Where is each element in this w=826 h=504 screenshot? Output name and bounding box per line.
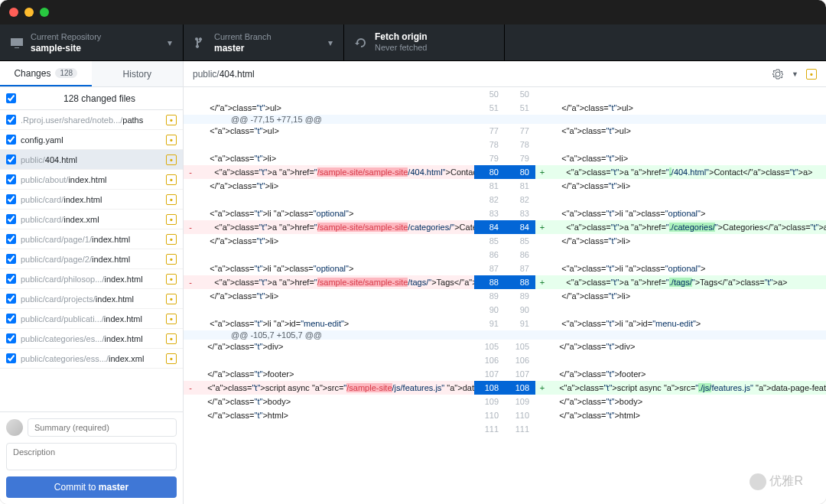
diff-line[interactable]: - <"a">class="t">a "a">href="/sample-sit… — [184, 220, 826, 234]
file-checkbox[interactable] — [6, 194, 16, 204]
repo-value: sample-site — [31, 43, 101, 54]
file-path: public/card/projects/index.html — [21, 294, 161, 304]
window-titlebar — [0, 0, 826, 24]
commit-summary-input[interactable] — [28, 418, 177, 437]
file-checkbox[interactable] — [6, 333, 16, 343]
chevron-down-icon: ▾ — [328, 37, 333, 48]
file-checkbox[interactable] — [6, 274, 16, 284]
diff-content[interactable]: 5050 </"a">class="t">ul>5151 </"a">class… — [184, 87, 826, 504]
file-row[interactable]: public/card/index.html • — [0, 190, 183, 210]
sidebar: Changes 128 History 128 changed files .R… — [0, 61, 184, 504]
file-checkbox[interactable] — [6, 174, 16, 184]
file-status-modified-icon: • — [166, 135, 177, 145]
file-status-modified-icon: • — [166, 274, 177, 285]
diff-line[interactable]: <"a">class="t">ul>7777 <"a">class="t">ul… — [184, 124, 826, 138]
app-toolbar: Current Repository sample-site ▾ Current… — [0, 24, 826, 61]
tab-changes-label: Changes — [14, 68, 50, 79]
file-checkbox[interactable] — [6, 353, 16, 363]
diff-line[interactable]: 111111 — [184, 422, 826, 436]
fetch-button[interactable]: Fetch origin Never fetched — [344, 24, 505, 60]
file-path: config.yaml — [21, 135, 161, 145]
diff-hunk-header: @@ -77,15 +77,15 @@ — [184, 115, 826, 124]
diff-line[interactable]: <"a">class="t">li "a">class="optional">8… — [184, 262, 826, 275]
commit-button[interactable]: Commit to master — [6, 476, 177, 498]
file-status-modified-icon: • — [166, 214, 177, 225]
chevron-down-icon[interactable]: ▼ — [792, 70, 798, 78]
file-status-modified-icon: • — [166, 353, 177, 364]
diff-line[interactable]: <"a">class="t">li "a">id="menu-edit">919… — [184, 317, 826, 330]
file-row[interactable]: public/card/page/1/index.html • — [0, 229, 183, 249]
file-row[interactable]: public/card/publicati.../index.html • — [0, 309, 183, 329]
file-status-modified-icon: • — [166, 174, 177, 185]
diff-line[interactable]: - <"a">class="t">a "a">href="/sample-sit… — [184, 275, 826, 289]
diff-line[interactable]: 8686 — [184, 248, 826, 262]
changed-files-header: 128 changed files — [0, 87, 183, 110]
diff-line[interactable]: </"a">class="t">div>105105 </"a">class="… — [184, 340, 826, 353]
changed-files-count: 128 changed files — [22, 93, 177, 104]
diff-hunk-header: @@ -105,7 +105,7 @@ — [184, 330, 826, 340]
branch-value: master — [214, 43, 272, 54]
file-checkbox[interactable] — [6, 234, 16, 244]
file-checkbox[interactable] — [6, 115, 16, 125]
diff-line[interactable]: </"a">class="t">li>8181 </"a">class="t">… — [184, 179, 826, 193]
diff-line[interactable]: </"a">class="t">html>110110 </"a">class=… — [184, 408, 826, 422]
commit-form: Commit to master — [0, 411, 183, 504]
file-checkbox[interactable] — [6, 254, 16, 264]
diff-line[interactable]: </"a">class="t">ul>5151 </"a">class="t">… — [184, 101, 826, 115]
diff-line[interactable]: - <"a">class="t">script async "a">src="/… — [184, 381, 826, 395]
fetch-value: Never fetched — [375, 42, 428, 53]
diff-line[interactable]: 5050 — [184, 87, 826, 101]
commit-description-input[interactable] — [6, 443, 177, 470]
file-row[interactable]: public/about/index.html • — [0, 170, 183, 190]
avatar — [6, 419, 23, 436]
file-checkbox[interactable] — [6, 154, 16, 164]
tab-history[interactable]: History — [92, 61, 184, 86]
diff-line[interactable]: </"a">class="t">li>8585 </"a">class="t">… — [184, 234, 826, 248]
sync-icon — [355, 37, 367, 49]
minimize-window-button[interactable] — [24, 8, 34, 17]
diff-line[interactable]: </"a">class="t">body>109109 </"a">class=… — [184, 395, 826, 408]
gear-icon[interactable] — [772, 68, 784, 80]
file-row[interactable]: public/card/index.xml • — [0, 210, 183, 229]
diff-line[interactable]: 8282 — [184, 193, 826, 206]
diff-line[interactable]: 9090 — [184, 303, 826, 317]
file-path: public/card/publicati.../index.html — [21, 314, 161, 324]
file-row[interactable]: public/categories/es.../index.html • — [0, 329, 183, 349]
file-checkbox[interactable] — [6, 135, 16, 145]
close-window-button[interactable] — [9, 8, 18, 17]
tab-changes[interactable]: Changes 128 — [0, 61, 92, 86]
diff-line[interactable]: </"a">class="t">li>8989 </"a">class="t">… — [184, 289, 826, 303]
diff-file-dir: public/ — [193, 69, 220, 80]
diff-line[interactable]: - <"a">class="t">a "a">href="/sample-sit… — [184, 165, 826, 179]
select-all-checkbox[interactable] — [6, 93, 16, 103]
diff-line[interactable]: </"a">class="t">footer>107107 </"a">clas… — [184, 367, 826, 381]
tab-history-label: History — [123, 69, 151, 80]
repo-label: Current Repository — [31, 31, 101, 42]
file-checkbox[interactable] — [6, 314, 16, 324]
file-row[interactable]: .Rproj.user/shared/noteb.../paths • — [0, 110, 183, 130]
file-row[interactable]: public/card/philosop.../index.html • — [0, 269, 183, 289]
file-path: public/categories/es.../index.html — [21, 334, 161, 343]
file-row[interactable]: public/categories/ess.../index.xml • — [0, 349, 183, 369]
file-row[interactable]: public/404.html • — [0, 150, 183, 170]
file-row[interactable]: public/card/page/2/index.html • — [0, 249, 183, 269]
diff-line[interactable]: 7878 — [184, 138, 826, 151]
file-checkbox[interactable] — [6, 214, 16, 224]
file-path: public/card/index.xml — [21, 215, 161, 224]
branch-label: Current Branch — [214, 31, 272, 42]
file-path: public/about/index.html — [21, 175, 161, 184]
diff-file-header: public/404.html ▼ • — [184, 61, 826, 87]
repository-picker[interactable]: Current Repository sample-site ▾ — [0, 24, 184, 60]
changed-files-list[interactable]: .Rproj.user/shared/noteb.../paths • conf… — [0, 110, 183, 411]
branch-picker[interactable]: Current Branch master ▾ — [184, 24, 344, 60]
file-row[interactable]: public/card/projects/index.html • — [0, 289, 183, 309]
chevron-down-icon: ▾ — [167, 37, 172, 48]
diff-line[interactable]: <"a">class="t">li>7979 <"a">class="t">li… — [184, 151, 826, 165]
file-row[interactable]: config.yaml • — [0, 130, 183, 150]
maximize-window-button[interactable] — [40, 8, 49, 17]
diff-line[interactable]: <"a">class="t">li "a">class="optional">8… — [184, 206, 826, 220]
file-status-modified-icon: • — [166, 115, 177, 125]
diff-line[interactable]: 106106 — [184, 353, 826, 367]
file-path: public/card/philosop.../index.html — [21, 275, 161, 284]
file-checkbox[interactable] — [6, 294, 16, 304]
